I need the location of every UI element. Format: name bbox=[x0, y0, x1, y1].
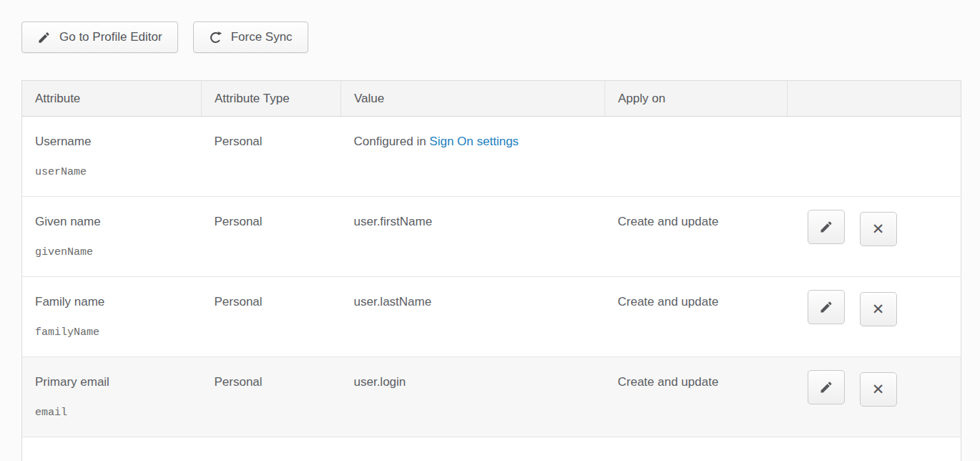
value-cell: user.login bbox=[341, 357, 605, 437]
apply-on-cell: Create and update bbox=[605, 357, 788, 437]
toolbar: Go to Profile Editor Force Sync bbox=[21, 21, 980, 53]
attribute-mappings-table: Attribute Attribute Type Value Apply on … bbox=[21, 80, 961, 461]
table-row-given-name: Given name givenName Personal user.first… bbox=[22, 197, 961, 277]
table-row-primary-email: Primary email email Personal user.login … bbox=[22, 357, 961, 437]
column-header-attribute-type: Attribute Type bbox=[202, 81, 341, 117]
pencil-icon bbox=[819, 220, 833, 234]
attribute-variable-name: givenName bbox=[35, 246, 189, 258]
attribute-cell: Primary email email bbox=[22, 357, 202, 437]
delete-attribute-button[interactable]: ✕ bbox=[860, 212, 897, 246]
apply-on-cell bbox=[605, 117, 788, 197]
attribute-type-cell: Personal bbox=[202, 197, 341, 277]
attribute-type-cell: Personal bbox=[202, 117, 341, 197]
edit-attribute-button[interactable] bbox=[808, 210, 845, 244]
attribute-cell: Given name givenName bbox=[22, 197, 202, 277]
attribute-type-cell: Personal bbox=[202, 357, 341, 437]
value-cell: user.lastName bbox=[341, 277, 605, 357]
sign-on-settings-link[interactable]: Sign On settings bbox=[429, 135, 519, 148]
attribute-variable-name: familyName bbox=[35, 326, 189, 339]
delete-attribute-button[interactable]: ✕ bbox=[860, 372, 897, 407]
value-cell: Configured in Sign On settings bbox=[341, 117, 605, 197]
actions-cell: ✕ bbox=[788, 277, 961, 357]
attribute-display-name: Username bbox=[35, 135, 189, 149]
force-sync-label: Force Sync bbox=[231, 30, 293, 44]
column-header-attribute: Attribute bbox=[22, 81, 202, 117]
go-to-profile-editor-label: Go to Profile Editor bbox=[59, 30, 162, 44]
table-row-username: Username userName Personal Configured in… bbox=[22, 117, 961, 197]
column-header-value: Value bbox=[341, 81, 605, 117]
x-icon: ✕ bbox=[872, 382, 885, 397]
attribute-variable-name: email bbox=[35, 407, 189, 419]
table-row-partial bbox=[22, 437, 961, 461]
value-text: Configured in bbox=[354, 135, 430, 148]
attribute-display-name: Family name bbox=[35, 295, 189, 309]
edit-attribute-button[interactable] bbox=[808, 370, 845, 404]
attribute-cell: Username userName bbox=[22, 117, 202, 197]
pencil-icon bbox=[37, 31, 51, 44]
force-sync-button[interactable]: Force Sync bbox=[193, 21, 308, 53]
pencil-icon bbox=[819, 300, 833, 314]
table-row-family-name: Family name familyName Personal user.las… bbox=[22, 277, 961, 357]
attribute-display-name: Given name bbox=[35, 215, 189, 229]
column-header-actions bbox=[788, 81, 961, 117]
actions-cell: ✕ bbox=[788, 357, 961, 437]
actions-cell bbox=[788, 117, 961, 197]
refresh-icon bbox=[209, 31, 222, 44]
attribute-variable-name: userName bbox=[35, 166, 189, 178]
attribute-type-cell: Personal bbox=[202, 277, 341, 357]
delete-attribute-button[interactable]: ✕ bbox=[860, 292, 897, 326]
apply-on-cell: Create and update bbox=[605, 277, 788, 357]
attribute-display-name: Primary email bbox=[35, 375, 189, 389]
attribute-cell: Family name familyName bbox=[22, 277, 202, 357]
x-icon: ✕ bbox=[872, 221, 885, 236]
go-to-profile-editor-button[interactable]: Go to Profile Editor bbox=[21, 21, 178, 53]
apply-on-cell: Create and update bbox=[605, 197, 788, 277]
edit-attribute-button[interactable] bbox=[808, 290, 845, 324]
value-cell: user.firstName bbox=[341, 197, 605, 277]
pencil-icon bbox=[819, 380, 833, 394]
actions-cell: ✕ bbox=[788, 197, 961, 277]
column-header-apply-on: Apply on bbox=[605, 81, 788, 117]
x-icon: ✕ bbox=[872, 301, 885, 316]
table-header: Attribute Attribute Type Value Apply on bbox=[22, 81, 961, 117]
